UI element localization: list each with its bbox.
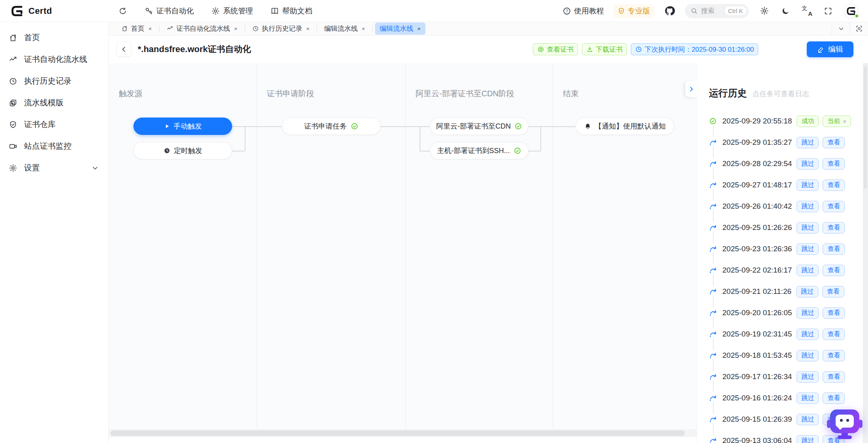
run-timestamp[interactable]: 2025-09-28 02:29:54 — [722, 159, 792, 168]
view-run-button[interactable]: 查看 — [823, 307, 845, 319]
language-icon[interactable]: 文A — [801, 5, 813, 17]
view-run-button[interactable]: 查看 — [823, 329, 845, 340]
tab-编辑流水线-active[interactable]: 编辑流水线 × — [375, 22, 426, 35]
tab-编辑流水线[interactable]: 编辑流水线 × — [319, 22, 370, 35]
skip-status-button[interactable]: 跳过 — [797, 393, 819, 404]
run-timestamp[interactable]: 2025-09-29 20:55:18 — [722, 117, 792, 125]
view-run-button[interactable]: 查看 — [823, 243, 845, 255]
tab-close-icon[interactable]: × — [306, 25, 310, 32]
skip-status-button[interactable]: 跳过 — [797, 222, 819, 234]
pro-badge[interactable]: 专业版 — [613, 4, 654, 18]
history-icon — [252, 25, 259, 32]
run-timestamp[interactable]: 2025-09-20 01:26:05 — [722, 308, 792, 317]
sidebar-item-首页[interactable]: 首页 — [0, 27, 108, 49]
pipeline-node-手动触发[interactable]: 手动触发 — [133, 118, 232, 135]
skip-status-button[interactable]: 跳过 — [797, 414, 819, 425]
sidebar-item-站点证书监控[interactable]: 站点证书监控 — [0, 135, 108, 157]
run-timestamp[interactable]: 2025-09-19 02:31:45 — [722, 330, 792, 338]
back-button[interactable] — [116, 42, 131, 57]
tab-close-icon[interactable]: × — [362, 25, 365, 32]
skip-status-button[interactable]: 跳过 — [797, 179, 819, 191]
next-run-tag[interactable]: 下次执行时间：2025-09-30 01:26:00 — [631, 43, 758, 55]
skip-status-button[interactable]: 跳过 — [797, 435, 819, 443]
tab-close-icon[interactable]: × — [234, 25, 238, 32]
tab-首页[interactable]: 首页 × — [116, 22, 157, 35]
view-run-button[interactable]: 查看 — [822, 286, 844, 297]
skip-status-button[interactable]: 跳过 — [797, 201, 819, 212]
pipeline-node-定时触发[interactable]: 定时触发 — [133, 142, 232, 159]
skip-status-button[interactable]: 跳过 — [797, 158, 819, 170]
brand-area[interactable]: Certd — [0, 4, 103, 18]
view-run-button[interactable]: 查看 — [823, 179, 845, 191]
user-avatar[interactable] — [844, 4, 859, 19]
run-timestamp[interactable]: 2025-09-18 01:53:45 — [722, 351, 792, 360]
stage-title: 触发源 — [119, 88, 142, 99]
tab-证书自动化流水线[interactable]: 证书自动化流水线 × — [162, 22, 242, 35]
pipeline-node-证书申请任务[interactable]: 证书申请任务 — [282, 118, 381, 135]
run-timestamp[interactable]: 2025-09-15 01:26:39 — [722, 415, 792, 424]
menu-item-帮助文档[interactable]: 帮助文档 — [270, 6, 312, 16]
skip-status-button[interactable]: 跳过 — [797, 265, 819, 276]
run-timestamp[interactable]: 2025-09-25 01:26:26 — [722, 223, 792, 232]
view-cert-button[interactable]: 查看证书 — [533, 43, 578, 55]
sidebar-item-执行历史记录[interactable]: 执行历史记录 — [0, 70, 108, 92]
history-panel-toggle[interactable] — [685, 81, 697, 97]
sidebar-item-流水线模版[interactable]: 流水线模版 — [0, 92, 108, 114]
pipeline-node-【通知】使用默认通知[interactable]: 【通知】使用默认通知 — [576, 118, 674, 135]
skip-status-button[interactable]: 跳过 — [796, 286, 818, 297]
horizontal-scrollbar-thumb[interactable] — [111, 430, 685, 436]
sidebar-item-证书仓库[interactable]: 证书仓库 — [0, 114, 108, 135]
run-timestamp[interactable]: 2025-09-23 01:26:36 — [722, 245, 792, 253]
dark-mode-moon-icon[interactable] — [780, 5, 791, 17]
run-timestamp[interactable]: 2025-09-17 01:26:34 — [722, 372, 792, 381]
view-run-button[interactable]: 查看 — [823, 201, 845, 212]
view-run-button[interactable]: 查看 — [823, 371, 845, 383]
view-run-button[interactable]: 查看 — [823, 158, 845, 170]
run-timestamp[interactable]: 2025-09-21 02:11:26 — [722, 287, 791, 296]
view-run-button[interactable]: 查看 — [823, 265, 845, 276]
edit-button[interactable]: 编辑 — [807, 41, 853, 57]
main-menu: 证书自动化 系统管理 帮助文档 — [118, 6, 312, 16]
refresh-icon[interactable] — [118, 7, 127, 15]
tutorial-link[interactable]: ? 使用教程 — [562, 6, 604, 16]
run-timestamp[interactable]: 2025-09-29 01:35:27 — [722, 138, 792, 147]
fullscreen-icon[interactable] — [822, 5, 834, 17]
tab-执行历史记录[interactable]: 执行历史记录 × — [247, 22, 315, 35]
skip-status-button[interactable]: 跳过 — [797, 307, 819, 319]
history-row: 2025-09-20 01:26:05跳过 查看 — [709, 302, 863, 323]
sidebar-item-设置[interactable]: 设置 — [0, 157, 108, 179]
menu-item-证书自动化[interactable]: 证书自动化 — [144, 6, 194, 16]
skip-status-button[interactable]: 跳过 — [797, 137, 819, 148]
skip-status-button[interactable]: 跳过 — [797, 371, 819, 383]
skip-status-button[interactable]: 跳过 — [797, 350, 819, 361]
skip-status-button[interactable]: 跳过 — [797, 329, 819, 340]
tab-close-icon[interactable]: × — [417, 25, 421, 32]
current-run-tag[interactable]: 当前× — [823, 116, 851, 127]
settings-gear-icon[interactable] — [758, 5, 770, 17]
pipeline-node-主机-部署证书到SSH...[interactable]: 主机-部署证书到SSH... — [430, 142, 529, 159]
run-timestamp[interactable]: 2025-09-26 01:40:42 — [722, 202, 792, 211]
download-cert-button[interactable]: 下载证书 — [582, 43, 627, 55]
vertical-scrollbar[interactable] — [863, 63, 868, 443]
view-run-button[interactable]: 查看 — [823, 393, 845, 404]
close-icon[interactable]: × — [843, 118, 846, 125]
content-fullscreen-button[interactable] — [850, 22, 868, 35]
tabs-dropdown-button[interactable] — [832, 22, 850, 35]
search-input[interactable]: 搜索 Ctrl K — [685, 4, 749, 18]
view-run-button[interactable]: 查看 — [823, 222, 845, 234]
run-timestamp[interactable]: 2025-09-16 01:26:24 — [722, 394, 792, 402]
run-timestamp[interactable]: 2025-09-13 03:06:04 — [722, 436, 792, 443]
horizontal-scrollbar[interactable] — [109, 429, 697, 437]
github-icon[interactable] — [664, 5, 675, 17]
view-run-button[interactable]: 查看 — [823, 350, 845, 361]
skip-status-button[interactable]: 跳过 — [797, 243, 819, 255]
chat-assistant-button[interactable] — [827, 408, 862, 439]
tab-close-icon[interactable]: × — [148, 25, 152, 32]
view-run-button[interactable]: 查看 — [823, 137, 845, 148]
menu-item-系统管理[interactable]: 系统管理 — [211, 6, 253, 16]
sidebar-item-证书自动化流水线[interactable]: 证书自动化流水线 — [0, 49, 108, 70]
vertical-scrollbar-thumb[interactable] — [864, 66, 867, 189]
run-timestamp[interactable]: 2025-09-22 02:16:17 — [722, 266, 792, 275]
run-timestamp[interactable]: 2025-09-27 01:48:17 — [722, 181, 792, 189]
pipeline-node-阿里云-部署证书至CDN[interactable]: 阿里云-部署证书至CDN — [430, 118, 529, 135]
